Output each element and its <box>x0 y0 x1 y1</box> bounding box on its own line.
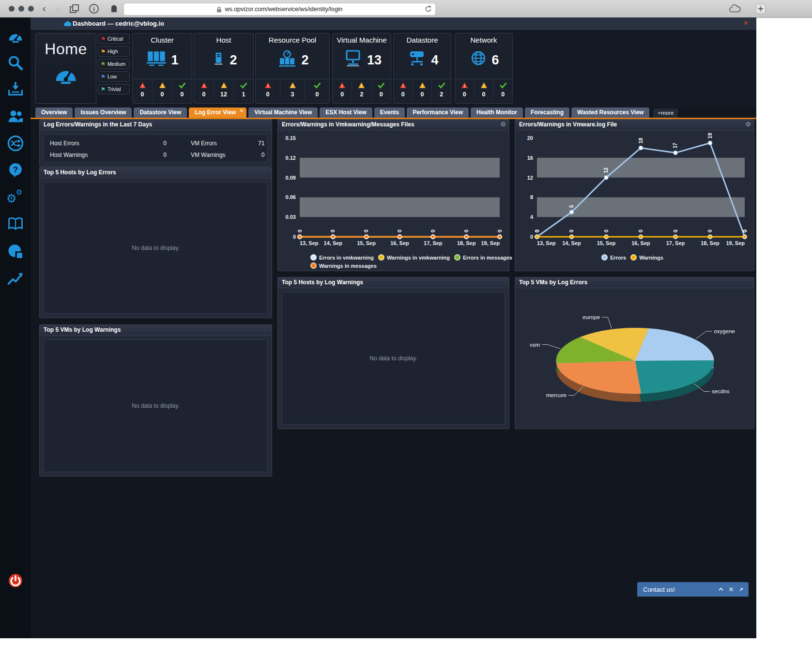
severity-critical[interactable]: ⚑Critical <box>98 33 130 44</box>
alert-count: 0 <box>133 91 152 98</box>
reload-icon[interactable] <box>425 5 432 15</box>
tab-virtual-machine-view[interactable]: Virtual Machine View <box>248 108 318 118</box>
close-icon[interactable] <box>729 587 734 592</box>
critical-alert-icon: ! <box>133 82 152 91</box>
legend-item[interactable]: Warnings in messages <box>310 262 377 269</box>
window-zoom-button[interactable] <box>28 6 34 12</box>
severity-medium[interactable]: ⚑Medium <box>98 59 130 69</box>
tab-close-icon[interactable]: ✕ <box>240 108 244 113</box>
tab-events[interactable]: Events <box>374 108 405 118</box>
back-button[interactable]: ‹ <box>38 2 50 15</box>
search-icon <box>6 54 25 73</box>
tab-overview-icon[interactable] <box>69 3 79 16</box>
new-tab-button[interactable] <box>755 3 766 16</box>
svg-text:!: ! <box>422 84 423 89</box>
alert-cell: !0 <box>455 79 475 101</box>
vmkwarning-chart: 00.030.060.090.120.1513, Sep14, Sep15, S… <box>278 130 508 270</box>
tab-log-error-view[interactable]: Log Error View✕ <box>189 108 246 118</box>
ok-check-icon <box>493 82 512 91</box>
card-title: Datastore <box>394 36 451 44</box>
card-network[interactable]: Network6!0!00 <box>455 33 513 104</box>
tab-health-monitor[interactable]: Health Monitor <box>471 108 523 118</box>
card-datastore[interactable]: Datastore4!0!02 <box>393 33 451 104</box>
window-close-button[interactable] <box>9 6 15 12</box>
svg-text:!: ! <box>341 84 343 89</box>
browser-toolbar: ‹ › i ws.opvizor.com/webservice/ws/ident… <box>0 0 812 18</box>
gauge-icon <box>6 28 25 46</box>
card-title: Resource Pool <box>256 36 329 44</box>
alert-count: 12 <box>214 91 233 98</box>
pie-slice-label: europe <box>582 314 600 320</box>
legend-item[interactable]: Warnings <box>630 254 663 261</box>
tab-performance-view[interactable]: Performance View <box>407 108 469 118</box>
panel-settings-icon[interactable]: ⚙ <box>500 121 506 128</box>
tab-esx-host-view[interactable]: ESX Host View <box>320 108 372 118</box>
card-resource_pool[interactable]: Resource Pool2!0!30 <box>255 33 330 104</box>
sidebar-item-documentation[interactable] <box>6 215 25 233</box>
sidebar-item-search[interactable] <box>6 54 25 73</box>
severity-high[interactable]: ⚑High <box>98 46 130 57</box>
severity-trivial[interactable]: ⚑Trivial <box>98 84 130 94</box>
severity-low[interactable]: ⚑Low <box>98 71 130 82</box>
sidebar-item-logout[interactable] <box>6 571 25 590</box>
sidebar-item-dashboard[interactable] <box>6 28 25 46</box>
alert-count: 0 <box>475 91 493 98</box>
tab-forecasting[interactable]: Forecasting <box>525 108 569 118</box>
legend-item[interactable]: Warnings in vmkwarning <box>378 254 450 261</box>
stat-label: Host Warnings <box>50 152 130 158</box>
tab-overview[interactable]: Overview <box>35 108 73 118</box>
legend-item[interactable]: Errors in vmkwarning <box>310 254 374 261</box>
legend-item[interactable]: Errors in messages <box>454 254 512 261</box>
pie-chart-icon <box>6 242 25 261</box>
alert-cell: 2 <box>432 79 451 101</box>
ghost-extension-icon[interactable] <box>108 3 119 16</box>
page-title: Dashboard — cedric@vblog.io <box>73 20 164 27</box>
chevron-up-icon[interactable] <box>718 587 724 592</box>
sidebar-item-reports[interactable] <box>6 242 25 261</box>
svg-text:0: 0 <box>497 230 503 232</box>
home-panel[interactable]: Home <box>35 33 96 104</box>
sidebar-item-automation[interactable] <box>6 134 25 153</box>
main-content: Log Errors/Warnings in the Last 7 Days H… <box>31 119 756 638</box>
tab-datastore-view[interactable]: Datastore View <box>134 108 187 118</box>
card-title: Network <box>455 36 512 44</box>
svg-text:19, Sep: 19, Sep <box>726 240 745 246</box>
window-minimize-button[interactable] <box>18 6 24 12</box>
log-summary-table: Host Errors 0 VM Errors 71 Host Warnings… <box>44 134 268 162</box>
card-host[interactable]: Host2!0!121 <box>194 33 254 104</box>
severity-label: High <box>107 48 118 54</box>
pie-slice-label: vsm <box>530 342 540 348</box>
legend-item[interactable]: Errors <box>601 254 626 261</box>
sidebar-item-import[interactable] <box>6 80 25 99</box>
panel-settings-icon[interactable]: ⚙ <box>745 121 751 128</box>
forward-button[interactable]: › <box>51 2 64 15</box>
popout-icon[interactable] <box>738 587 744 592</box>
panel-top5-vms-warnings: Top 5 VMs by Log Warnings No data to dis… <box>39 324 272 477</box>
vm-icon <box>342 50 364 70</box>
users-icon <box>6 108 25 126</box>
warning-alert-icon: ! <box>475 82 493 91</box>
chart-legend: Errors in vmkwarningWarnings in vmkwarni… <box>278 254 519 271</box>
card-cluster[interactable]: Cluster1!0!00 <box>132 33 192 104</box>
address-bar[interactable]: ws.opvizor.com/webservice/ws/identity/lo… <box>123 3 436 15</box>
tab-wasted-resources-view[interactable]: Wasted Resources View <box>571 108 649 118</box>
svg-text:13, Sep: 13, Sep <box>537 240 556 246</box>
alert-count: 0 <box>256 91 280 98</box>
warning-alert-icon: ! <box>352 82 371 91</box>
tab-issues-overview[interactable]: Issues Overview <box>75 108 132 118</box>
sidebar-item-help[interactable]: ? <box>6 161 25 180</box>
alert-count: 0 <box>333 91 352 98</box>
contact-widget[interactable]: Contact us! <box>637 582 749 597</box>
sidebar-item-settings[interactable]: ⚙⚙ <box>6 188 25 206</box>
info-icon[interactable]: i <box>89 3 99 16</box>
sidebar-item-analytics[interactable] <box>6 269 25 288</box>
dashboard-close-icon[interactable]: ✕ <box>743 19 749 27</box>
cloud-icon[interactable] <box>729 4 741 15</box>
ok-check-icon <box>372 82 391 91</box>
card-vm[interactable]: Virtual Machine13!0!20 <box>332 33 391 104</box>
stat-value: 71 <box>258 140 266 147</box>
tab-more-button[interactable]: +more <box>653 108 678 118</box>
sidebar-item-users[interactable] <box>6 108 25 126</box>
alert-cell: 1 <box>234 79 253 101</box>
svg-text:0: 0 <box>530 234 533 240</box>
